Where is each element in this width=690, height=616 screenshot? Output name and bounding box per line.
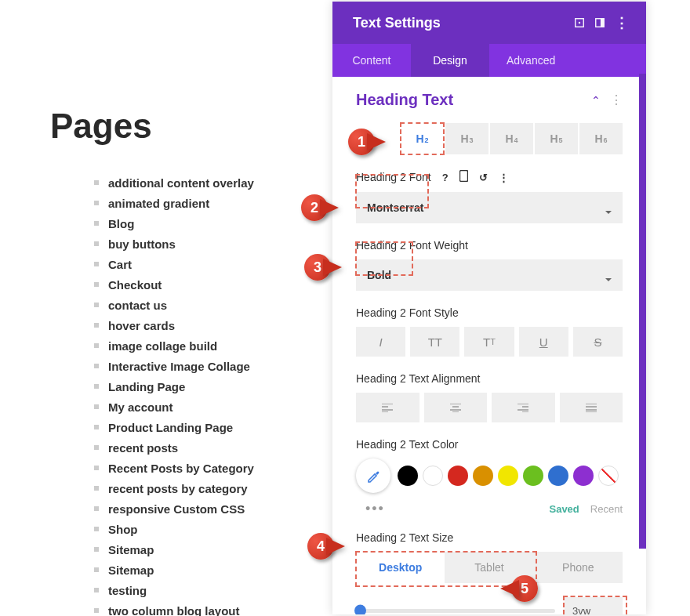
list-item[interactable]: Product Landing Page (94, 417, 332, 437)
align-left-button[interactable] (356, 393, 419, 422)
reset-icon[interactable]: ↺ (479, 172, 488, 183)
list-item[interactable]: two column blog layout (94, 600, 332, 616)
tab-advanced[interactable]: Advanced (489, 44, 572, 77)
svg-point-1 (579, 22, 580, 24)
swatch-black[interactable] (398, 466, 418, 486)
align-justify-button[interactable] (560, 393, 623, 422)
size-value: 3vw (572, 605, 590, 615)
swatch-red[interactable] (448, 466, 468, 486)
heading-tab-h3[interactable]: H3 (445, 123, 488, 154)
list-item[interactable]: Checkout (94, 274, 332, 295)
color-more-icon[interactable]: ••• (365, 501, 385, 517)
size-input[interactable]: 3vw (565, 597, 623, 614)
dock-icon[interactable] (594, 17, 605, 28)
style-label: Heading 2 Font Style (356, 306, 459, 319)
device-phone-tab[interactable]: Phone (534, 552, 623, 583)
help-icon[interactable]: ? (442, 172, 448, 183)
tab-content[interactable]: Content (332, 44, 411, 77)
list-item[interactable]: recent posts by category (94, 478, 332, 498)
list-item[interactable]: Interactive Image Collage (94, 356, 332, 376)
size-slider[interactable] (356, 609, 555, 613)
list-item[interactable]: Blog (94, 213, 332, 234)
swatch-orange[interactable] (473, 466, 493, 486)
list-item[interactable]: additional content overlay (94, 172, 332, 193)
style-smallcaps-button[interactable]: TT (464, 327, 514, 357)
list-item[interactable]: responsive Custom CSS (94, 498, 332, 519)
swatch-none[interactable] (598, 466, 619, 486)
weight-label: Heading 2 Font Weight (356, 239, 468, 252)
list-item[interactable]: contact us (94, 295, 332, 315)
font-value: Montserrat (367, 201, 423, 214)
section-more-icon[interactable]: ⋮ (610, 92, 623, 107)
list-item[interactable]: Sitemap (94, 539, 332, 560)
list-item[interactable]: hover cards (94, 315, 332, 335)
heading-tab-h4[interactable]: H4 (490, 123, 533, 154)
list-item[interactable]: My account (94, 397, 332, 417)
heading-tab-h2[interactable]: H2 (401, 123, 444, 154)
slider-thumb[interactable] (354, 605, 366, 615)
expand-icon[interactable] (574, 17, 585, 28)
field-more-icon[interactable]: ⋮ (499, 172, 509, 183)
style-italic-button[interactable]: I (356, 327, 405, 357)
color-saved-tab[interactable]: Saved (549, 503, 579, 515)
heading-tab-h6[interactable]: H6 (579, 123, 623, 154)
tab-design[interactable]: Design (411, 44, 489, 77)
list-item[interactable]: animated gradient (94, 193, 332, 213)
swatch-blue[interactable] (548, 466, 568, 486)
svg-rect-3 (601, 19, 604, 27)
list-item[interactable]: Recent Posts by Category (94, 458, 332, 478)
align-right-button[interactable] (492, 393, 555, 422)
style-underline-button[interactable]: U (519, 327, 568, 357)
list-item[interactable]: testing (94, 580, 332, 600)
heading-tab-h5[interactable]: H5 (535, 123, 578, 154)
swatch-purple[interactable] (573, 466, 594, 486)
swatch-green[interactable] (523, 466, 543, 486)
device-icon[interactable] (459, 170, 468, 184)
list-item[interactable]: recent posts (94, 437, 332, 458)
list-item[interactable]: buy buttons (94, 234, 332, 254)
settings-panel: Text Settings ⋮ Content Design Advanced … (332, 2, 646, 614)
weight-select[interactable]: Bold (356, 259, 623, 291)
style-uppercase-button[interactable]: TT (410, 327, 459, 357)
weight-value: Bold (367, 269, 391, 281)
device-desktop-tab[interactable]: Desktop (356, 552, 445, 583)
font-select[interactable]: Montserrat (356, 192, 623, 223)
svg-rect-4 (459, 171, 467, 182)
section-title[interactable]: Heading Text (356, 91, 591, 109)
swatch-white[interactable] (423, 466, 443, 486)
font-label: Heading 2 Font (356, 171, 431, 183)
align-label: Heading 2 Text Alignment (356, 372, 481, 385)
pages-heading: Pages (50, 107, 332, 146)
color-label: Heading 2 Text Color (356, 438, 458, 451)
align-center-button[interactable] (424, 393, 488, 422)
list-item[interactable]: Cart (94, 254, 332, 274)
panel-title: Text Settings (353, 15, 565, 31)
color-recent-tab[interactable]: Recent (590, 503, 623, 515)
list-item[interactable]: image collage build (94, 335, 332, 356)
swatch-yellow[interactable] (498, 466, 518, 486)
color-picker-button[interactable] (356, 458, 390, 493)
list-item[interactable]: Landing Page (94, 376, 332, 397)
pages-list: additional content overlay animated grad… (50, 172, 332, 616)
chevron-up-icon[interactable]: ⌃ (591, 94, 601, 107)
list-item[interactable]: Shop (94, 519, 332, 539)
size-label: Heading 2 Text Size (356, 531, 453, 544)
list-item[interactable]: Sitemap (94, 560, 332, 580)
style-strikethrough-button[interactable]: S (573, 327, 623, 357)
more-icon[interactable]: ⋮ (615, 14, 629, 31)
device-tablet-tab[interactable]: Tablet (445, 552, 533, 583)
